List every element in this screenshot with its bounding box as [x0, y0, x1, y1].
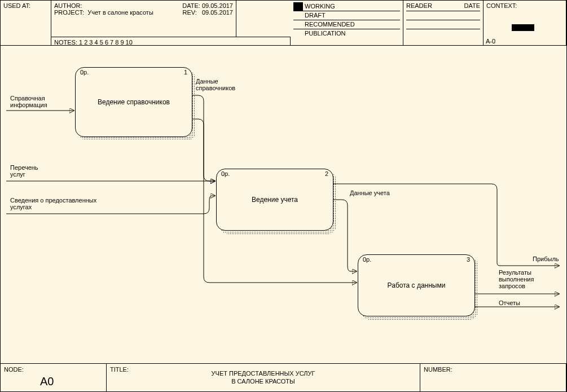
context-cell: CONTEXT: A-0	[484, 1, 566, 46]
status-column: WORKING DRAFT RECOMMENDED PUBLICATION	[291, 1, 403, 46]
date-value: 09.05.2017	[202, 2, 233, 9]
status-working-label: WORKING	[305, 3, 335, 10]
flow-label-out2: Результаты выполнения запросов	[499, 269, 534, 289]
box-tag: 0р.	[221, 170, 230, 177]
context-label: CONTEXT:	[486, 2, 517, 9]
status-publication-label: PUBLICATION	[305, 30, 346, 37]
footer-number-cell: NUMBER:	[420, 364, 566, 391]
status-working: WORKING	[293, 2, 400, 11]
box-label: Ведение справочников	[76, 98, 192, 106]
used-at-label: USED AT:	[3, 2, 30, 9]
notes-cell: NOTES: 1 2 3 4 5 6 7 8 9 10	[51, 37, 291, 46]
node-label: NODE:	[4, 366, 24, 373]
title-value: УЧЕТ ПРЕДОСТАВЛЕННЫХ УСЛУГ В САЛОНЕ КРАС…	[107, 369, 420, 385]
rev-label: REV:	[183, 9, 197, 16]
status-publication: PUBLICATION	[293, 29, 400, 38]
notes-value: 1 2 3 4 5 6 7 8 9 10	[79, 39, 133, 46]
notes-label: NOTES:	[54, 39, 77, 46]
footer: NODE: A0 TITLE: УЧЕТ ПРЕДОСТАВЛЕННЫХ УСЛ…	[1, 363, 566, 391]
flow-label-out1: Прибыль	[533, 256, 559, 262]
reader-label: READER	[406, 2, 432, 11]
box-num: 1	[184, 69, 187, 76]
flow-label-d1: Данные справочников	[196, 78, 235, 91]
project-value: Учет в салоне красоты	[87, 9, 153, 16]
flow-label-out3: Отчеты	[499, 299, 520, 306]
context-node: A-0	[486, 38, 495, 45]
reader-cell: READER DATE	[403, 1, 484, 46]
reader-date-label: DATE	[464, 2, 480, 11]
flow-label-in2: Перечень услуг	[10, 164, 38, 178]
activity-box-1: 0р. 1 Ведение справочников	[75, 67, 192, 137]
flow-label-in1: Справочная информация	[10, 95, 47, 108]
diagram-canvas: 0р. 1 Ведение справочников 0р. 2 Ведение…	[1, 46, 566, 364]
activity-box-2: 0р. 2 Ведение учета	[216, 169, 333, 231]
status-draft: DRAFT	[293, 11, 400, 20]
author-label: AUTHOR:	[54, 2, 82, 9]
status-marker-icon	[293, 2, 303, 11]
idef0-diagram: USED AT: AUTHOR: DATE: 09.05.2017 PROJEC…	[0, 0, 567, 392]
number-label: NUMBER:	[424, 366, 452, 373]
author-project-cell: AUTHOR: DATE: 09.05.2017 PROJECT: Учет в…	[51, 1, 236, 37]
box-label: Работа с данными	[358, 281, 474, 289]
project-label: PROJECT:	[54, 9, 84, 16]
node-value: A0	[40, 375, 54, 388]
box-label: Ведение учета	[217, 196, 333, 204]
box-tag: 0р.	[80, 69, 89, 76]
status-draft-label: DRAFT	[305, 12, 326, 19]
box-num: 3	[467, 256, 470, 263]
box-tag: 0р.	[363, 256, 371, 263]
flow-label-in3: Сведения о предоставленных услугах	[10, 197, 96, 210]
header: USED AT: AUTHOR: DATE: 09.05.2017 PROJEC…	[1, 1, 566, 46]
activity-box-3: 0р. 3 Работа с данными	[358, 254, 475, 316]
footer-node-cell: NODE: A0	[1, 364, 107, 391]
context-box-icon	[512, 24, 534, 31]
used-at-cell: USED AT:	[1, 1, 51, 46]
flow-label-d2: Данные учета	[350, 190, 390, 196]
box-num: 2	[325, 170, 328, 177]
status-recommended: RECOMMENDED	[293, 20, 400, 29]
footer-title-cell: TITLE: УЧЕТ ПРЕДОСТАВЛЕННЫХ УСЛУГ В САЛО…	[107, 364, 420, 391]
date-label: DATE:	[182, 2, 200, 9]
status-recommended-label: RECOMMENDED	[305, 21, 355, 28]
rev-value: 09.05.2017	[202, 9, 233, 16]
